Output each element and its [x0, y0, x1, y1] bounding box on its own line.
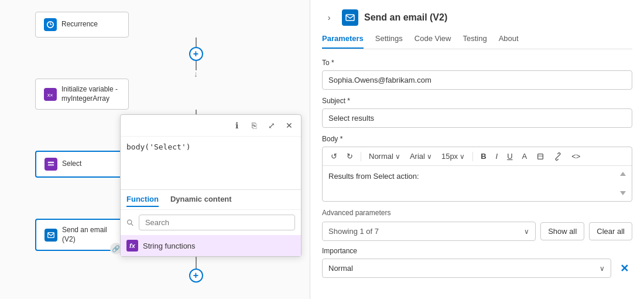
add-after-recurrence[interactable]: + [189, 47, 203, 61]
highlight-button[interactable] [533, 151, 548, 162]
popup-tabs: Function Dynamic content [121, 189, 301, 209]
importance-row: Normal ∨ ✕ [322, 259, 632, 278]
svg-rect-6 [48, 164, 54, 166]
showing-dropdown[interactable]: Showing 1 of 7 ∨ [322, 222, 536, 241]
tab-dynamic-content[interactable]: Dynamic content [170, 195, 232, 207]
link-icon [554, 152, 562, 161]
scrollbar-up[interactable] [620, 172, 626, 176]
font-chevron: ∨ [427, 152, 432, 161]
svg-rect-5 [48, 162, 54, 164]
outlook-icon [44, 229, 57, 242]
workflow-canvas: Recurrence + ↓ x ✕ Initialize variable -… [0, 0, 310, 299]
tab-parameters[interactable]: Parameters [322, 34, 364, 49]
right-panel: › Send an email (V2) Parameters Settings… [310, 0, 644, 299]
highlight-icon [536, 152, 544, 161]
svg-rect-11 [538, 154, 543, 159]
body-toolbar: ↺ ↻ Normal ∨ Arial ∨ 15px ∨ B I U A [323, 147, 632, 166]
close-popup-icon[interactable]: ✕ [282, 118, 296, 132]
subject-label: Subject * [322, 97, 632, 105]
string-functions-icon: fx [126, 240, 138, 252]
font-dropdown[interactable]: Arial ∨ [406, 151, 436, 162]
popup-search-area [121, 209, 301, 235]
copy-icon[interactable]: ⎘ [247, 118, 261, 132]
expression-text: body('Select') [126, 142, 191, 151]
right-header-title: Send an email (V2) [364, 12, 447, 23]
recurrence-node[interactable]: Recurrence [35, 12, 129, 38]
importance-label: Importance [322, 247, 632, 255]
popup-toolbar: ℹ ⎘ ⤢ ✕ [121, 115, 301, 137]
right-tabs: Parameters Settings Code View Testing Ab… [322, 34, 632, 49]
string-functions-label: String functions [143, 242, 196, 250]
show-all-button[interactable]: Show all [540, 222, 584, 240]
select-node[interactable]: Select [35, 151, 129, 178]
collapse-button[interactable]: › [322, 11, 336, 25]
info-icon[interactable]: ℹ [229, 118, 244, 132]
tab-code-view[interactable]: Code View [415, 34, 451, 49]
initialize-variable-label: Initialize variable - myIntegerArray [61, 85, 120, 103]
right-header: › Send an email (V2) [322, 9, 632, 26]
format-dropdown[interactable]: Normal ∨ [365, 151, 404, 162]
body-editor: ↺ ↻ Normal ∨ Arial ∨ 15px ∨ B I U A [322, 147, 632, 202]
showing-chevron: ∨ [524, 227, 529, 236]
string-functions-item[interactable]: fx String functions [121, 235, 301, 256]
add-final[interactable]: + [189, 269, 203, 283]
expression-search-input[interactable] [139, 215, 295, 230]
italic-button[interactable]: I [492, 151, 502, 162]
to-label: To * [322, 59, 632, 67]
importance-dropdown[interactable]: Normal ∨ [322, 259, 611, 278]
importance-chevron: ∨ [600, 264, 605, 273]
send-email-label: Send an email (V2) [62, 226, 119, 244]
body-content[interactable]: Results from Select action: [323, 166, 632, 201]
code-button[interactable]: <> [568, 151, 584, 162]
importance-value: Normal [328, 264, 353, 273]
size-chevron: ∨ [460, 152, 465, 161]
tab-function[interactable]: Function [126, 195, 159, 207]
clear-all-button[interactable]: Clear all [589, 222, 632, 240]
body-label: Body * [322, 135, 632, 143]
expression-popup: ℹ ⎘ ⤢ ✕ body('Select') Function Dynamic … [120, 114, 302, 257]
tab-about[interactable]: About [499, 34, 519, 49]
svg-line-9 [131, 223, 133, 225]
initialize-variable-icon: x ✕ [44, 88, 57, 101]
tab-testing[interactable]: Testing [463, 34, 487, 49]
svg-text:✕: ✕ [50, 93, 53, 97]
svg-point-8 [128, 220, 132, 224]
search-icon [126, 219, 134, 227]
select-icon [44, 158, 57, 171]
expand-icon[interactable]: ⤢ [265, 118, 279, 132]
svg-rect-10 [346, 15, 354, 21]
format-chevron: ∨ [395, 152, 400, 161]
svg-rect-7 [48, 232, 54, 237]
expression-area: body('Select') [121, 137, 301, 189]
font-color-button[interactable]: A [519, 151, 531, 162]
select-label: Select [62, 159, 81, 169]
send-email-node[interactable]: Send an email (V2) 🔗 [35, 219, 129, 251]
undo-button[interactable]: ↺ [327, 151, 341, 162]
recurrence-label: Recurrence [61, 20, 98, 29]
body-text: Results from Select action: [328, 172, 620, 195]
to-input[interactable] [322, 70, 632, 90]
link-button[interactable] [550, 151, 566, 162]
email-header-icon [342, 9, 358, 26]
svg-line-13 [557, 155, 559, 158]
bold-button[interactable]: B [477, 151, 489, 162]
advanced-parameters-row: Showing 1 of 7 ∨ Show all Clear all [322, 222, 632, 241]
body-scrollbar[interactable] [620, 172, 626, 195]
initialize-variable-node[interactable]: x ✕ Initialize variable - myIntegerArray [35, 79, 129, 110]
connector-1: + ↓ [82, 38, 310, 79]
showing-text: Showing 1 of 7 [328, 227, 379, 236]
recurrence-icon [44, 18, 57, 31]
advanced-parameters-label: Advanced parameters [322, 209, 632, 217]
importance-close-button[interactable]: ✕ [616, 260, 632, 277]
tab-settings[interactable]: Settings [375, 34, 403, 49]
size-dropdown[interactable]: 15px ∨ [438, 151, 468, 162]
subject-input[interactable] [322, 108, 632, 128]
scrollbar-down[interactable] [620, 191, 626, 195]
underline-button[interactable]: U [503, 151, 516, 162]
redo-button[interactable]: ↻ [343, 151, 357, 162]
